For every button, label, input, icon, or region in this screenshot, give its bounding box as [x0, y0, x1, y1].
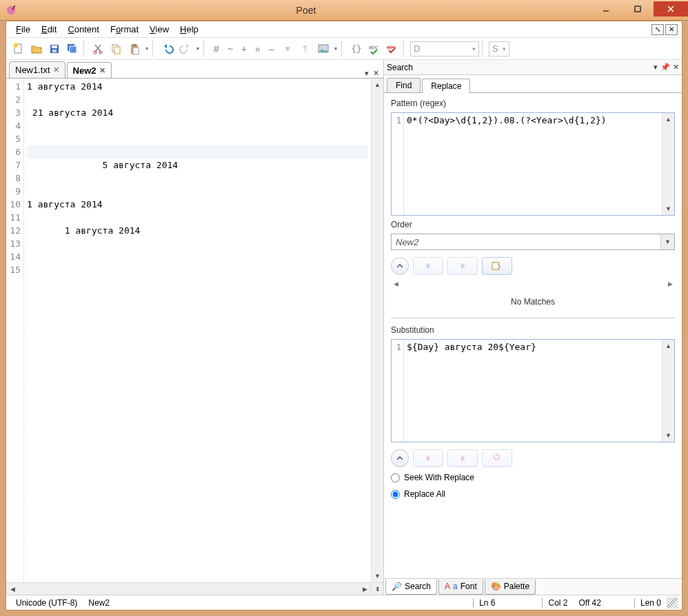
scroll-corner-icon[interactable]: ⬍: [371, 583, 383, 595]
horizontal-scrollbar[interactable]: ◀ ▶ ⬍: [6, 582, 383, 595]
font-icon: A: [445, 582, 450, 591]
app-frame: File Edit Content Format View Help ⤡ ✕ ▾…: [6, 21, 682, 610]
insert-plus-button[interactable]: +: [238, 43, 250, 54]
heart-icon[interactable]: ♥: [279, 41, 296, 57]
status-doc: New2: [83, 598, 115, 608]
replace-prev-button[interactable]: [413, 449, 443, 467]
pattern-input[interactable]: 1 0*(?<Day>\d{1,2}).08.(?<Year>\d{1,2}) …: [391, 112, 675, 216]
save-all-button[interactable]: [64, 41, 81, 57]
editor-tab[interactable]: New2 ✕: [67, 62, 112, 79]
tab-menu-dropdown[interactable]: ▾: [363, 69, 370, 78]
substitution-scrollbar[interactable]: ▲▼: [662, 340, 674, 442]
svg-rect-20: [132, 44, 136, 46]
pattern-text[interactable]: 0*(?<Day>\d{1,2}).08.(?<Year>\d{1,2}): [404, 113, 662, 215]
seek-radio[interactable]: Seek With Replace: [391, 471, 675, 484]
minimize-button[interactable]: [590, 1, 622, 17]
close-button[interactable]: [654, 1, 688, 17]
divider: [391, 318, 675, 318]
braces-icon[interactable]: {}: [348, 41, 365, 57]
scroll-right-icon[interactable]: ▶: [358, 583, 371, 595]
toolbar-combo-d[interactable]: D▾: [410, 41, 479, 57]
new-file-button[interactable]: [10, 41, 27, 57]
app-icon: [4, 3, 18, 17]
redo-dropdown[interactable]: ▾: [195, 45, 201, 52]
insert-raquo-button[interactable]: »: [252, 43, 264, 54]
close-panel-icon[interactable]: ✕: [673, 63, 679, 72]
close-icon[interactable]: ✕: [53, 65, 59, 74]
menu-file[interactable]: File: [10, 23, 36, 36]
scroll-down-icon[interactable]: ▼: [372, 570, 383, 582]
close-icon[interactable]: ✕: [99, 66, 105, 75]
replace-all-button[interactable]: [482, 449, 512, 467]
paragraph-icon[interactable]: ¶: [297, 41, 314, 57]
panel-menu-dropdown[interactable]: ▾: [654, 63, 658, 72]
svg-rect-26: [492, 263, 499, 269]
menu-edit[interactable]: Edit: [36, 23, 62, 36]
substitution-input[interactable]: 1 ${Day} августа 20${Year} ▲▼: [391, 339, 675, 442]
menu-view[interactable]: View: [144, 23, 174, 36]
spellcheck-ok-icon[interactable]: abc: [366, 41, 383, 57]
bottom-tab-font[interactable]: Aa Font: [438, 579, 483, 595]
pattern-scrollbar[interactable]: ▲▼: [662, 113, 674, 215]
editor-pane: New1.txt ✕ New2 ✕ ▾ ✕ 123456789101112131…: [6, 60, 384, 595]
order-combo[interactable]: New2 ▼: [391, 234, 675, 250]
substitution-text[interactable]: ${Day} августа 20${Year}: [404, 340, 662, 442]
insert-ndash-button[interactable]: –: [265, 43, 278, 54]
paste-dropdown[interactable]: ▾: [144, 45, 150, 52]
bottom-tab-palette[interactable]: 🎨 Palette: [485, 579, 536, 595]
maximize-button[interactable]: [622, 1, 654, 17]
insert-hash-button[interactable]: #: [210, 43, 223, 54]
svg-rect-3: [635, 6, 640, 12]
redo-button[interactable]: [177, 41, 194, 57]
resize-grip[interactable]: [667, 597, 678, 608]
tab-label: New1.txt: [15, 65, 50, 75]
insert-tilde-button[interactable]: ~: [224, 43, 236, 54]
copy-button[interactable]: [108, 41, 125, 57]
chevron-down-icon[interactable]: ▼: [660, 234, 674, 249]
undo-button[interactable]: [159, 41, 176, 57]
collapse-up-button-2[interactable]: [391, 449, 409, 467]
picture-icon[interactable]: [315, 41, 332, 57]
scroll-up-icon[interactable]: ▲: [372, 79, 383, 91]
replace-tab[interactable]: Replace: [422, 79, 470, 93]
scroll-left-icon[interactable]: ◀: [6, 583, 19, 595]
status-len: Len 0: [634, 598, 667, 608]
no-matches-label: No Matches: [391, 293, 675, 311]
bottom-tab-search[interactable]: 🔎 Search: [385, 579, 437, 595]
replace-next-button[interactable]: [447, 449, 478, 467]
save-button[interactable]: [46, 41, 63, 57]
menu-format[interactable]: Format: [105, 23, 144, 36]
menu-content[interactable]: Content: [62, 23, 105, 36]
order-label: Order: [391, 220, 675, 229]
close-frame-button[interactable]: ✕: [665, 24, 678, 35]
prev-match-button[interactable]: [413, 257, 443, 275]
edit-list-button[interactable]: [482, 257, 512, 275]
status-line: Ln 6: [473, 598, 500, 608]
window-controls: [590, 4, 688, 17]
collapse-up-button[interactable]: [391, 257, 409, 275]
code-area[interactable]: 1 августа 2014 21 августа 2014 5 августа…: [24, 79, 371, 582]
search-tabs: Find Replace: [384, 75, 682, 93]
close-active-tab-button[interactable]: ✕: [372, 69, 381, 78]
palette-icon: 🎨: [491, 582, 501, 591]
match-hscroll[interactable]: ◀▶: [391, 279, 675, 289]
find-tab[interactable]: Find: [387, 78, 421, 92]
replace-all-radio-input[interactable]: [391, 490, 400, 499]
next-match-button[interactable]: [447, 257, 478, 275]
pin-icon[interactable]: 📌: [660, 63, 670, 72]
paste-button[interactable]: [126, 41, 143, 57]
picture-dropdown[interactable]: ▾: [333, 45, 338, 52]
replace-all-radio[interactable]: Replace All: [391, 488, 675, 500]
editor-tab[interactable]: New1.txt ✕: [9, 61, 65, 78]
toolbar-combo-s[interactable]: S▾: [489, 41, 509, 57]
svg-rect-12: [70, 46, 77, 53]
search-pane: Search ▾ 📌 ✕ Find Replace Pattern (regex…: [384, 60, 682, 595]
spellcheck-err-icon[interactable]: abc: [384, 41, 401, 57]
cut-button[interactable]: [90, 41, 107, 57]
menu-help[interactable]: Help: [174, 23, 204, 36]
seek-radio-input[interactable]: [391, 473, 400, 482]
open-file-button[interactable]: [28, 41, 45, 57]
vertical-scrollbar[interactable]: ▲ ▼: [371, 79, 383, 582]
svg-rect-9: [52, 45, 57, 48]
restore-frame-button[interactable]: ⤡: [651, 24, 664, 35]
